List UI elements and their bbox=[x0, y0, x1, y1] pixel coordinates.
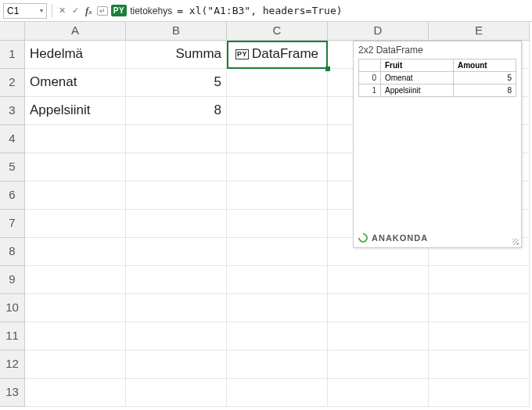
row-header-4[interactable]: 4 bbox=[0, 125, 25, 153]
row-index: 1 bbox=[359, 85, 381, 97]
cell-C7[interactable] bbox=[227, 210, 328, 238]
cell-B11[interactable] bbox=[126, 322, 227, 351]
cell-C11[interactable] bbox=[227, 322, 328, 351]
cell-C1[interactable]: PYDataFrame bbox=[227, 41, 328, 69]
cell-E10[interactable] bbox=[429, 294, 530, 322]
popup-title: 2x2 DataFrame bbox=[358, 45, 516, 56]
formula-bar: C1 ▾ ✕ ✓ fx ↵ PY tietokehys = xl("A1:B3"… bbox=[0, 0, 532, 22]
cell-C4[interactable] bbox=[227, 125, 328, 153]
cell-D12[interactable] bbox=[328, 351, 429, 379]
cell-value: Omenat bbox=[381, 72, 454, 85]
column-header: Fruit bbox=[381, 59, 454, 72]
row-header-5[interactable]: 5 bbox=[0, 153, 25, 182]
cell-D13[interactable] bbox=[328, 379, 429, 407]
row-header-6[interactable]: 6 bbox=[0, 182, 25, 210]
cancel-formula-icon[interactable]: ✕ bbox=[57, 5, 67, 16]
formula-input[interactable]: tietokehys = xl("A1:B3", headers=True) bbox=[130, 5, 342, 16]
cell-B7[interactable] bbox=[126, 210, 227, 238]
row-header-8[interactable]: 8 bbox=[0, 238, 25, 266]
cell-C8[interactable] bbox=[227, 238, 328, 266]
cell-C12[interactable] bbox=[227, 351, 328, 379]
row-index: 0 bbox=[359, 72, 381, 85]
row-header-9[interactable]: 9 bbox=[0, 266, 25, 294]
cell-C10[interactable] bbox=[227, 294, 328, 322]
separator bbox=[52, 4, 52, 18]
python-object-icon: PY bbox=[235, 49, 249, 59]
cell-B3[interactable]: 8 bbox=[126, 97, 227, 125]
cell-B10[interactable] bbox=[126, 294, 227, 322]
cell-B13[interactable] bbox=[126, 379, 227, 407]
cell-value: 5 bbox=[453, 72, 516, 85]
select-all-corner[interactable] bbox=[0, 22, 25, 41]
row-header-7[interactable]: 7 bbox=[0, 210, 25, 238]
cell-value: 8 bbox=[453, 85, 516, 97]
cell-A9[interactable] bbox=[25, 266, 126, 294]
row-header-3[interactable]: 3 bbox=[0, 97, 25, 125]
anaconda-brand: ANAKONDA bbox=[358, 230, 516, 243]
column-header: Amount bbox=[453, 59, 516, 72]
cell-C5[interactable] bbox=[227, 153, 328, 182]
column-header-D[interactable]: D bbox=[328, 22, 429, 41]
cell-B1[interactable]: Summa bbox=[126, 41, 227, 69]
dataframe-preview-popup: 2x2 DataFrame Fruit Amount 0 Omenat 5 1 … bbox=[353, 41, 522, 248]
cell-A7[interactable] bbox=[25, 210, 126, 238]
cell-A4[interactable] bbox=[25, 125, 126, 153]
cell-B2[interactable]: 5 bbox=[126, 69, 227, 97]
chevron-down-icon[interactable]: ▾ bbox=[40, 7, 43, 14]
cell-D10[interactable] bbox=[328, 294, 429, 322]
cell-E11[interactable] bbox=[429, 322, 530, 351]
column-header-A[interactable]: A bbox=[25, 22, 126, 41]
anaconda-icon bbox=[357, 232, 370, 245]
brand-label: ANAKONDA bbox=[372, 233, 428, 243]
row-header-12[interactable]: 12 bbox=[0, 351, 25, 379]
cell-A13[interactable] bbox=[25, 379, 126, 407]
column-header-E[interactable]: E bbox=[429, 22, 530, 41]
cell-C2[interactable] bbox=[227, 69, 328, 97]
cell-B4[interactable] bbox=[126, 125, 227, 153]
cell-B5[interactable] bbox=[126, 153, 227, 182]
cell-A2[interactable]: Omenat bbox=[25, 69, 126, 97]
cell-A3[interactable]: Appelsiinit bbox=[25, 97, 126, 125]
row-header-11[interactable]: 11 bbox=[0, 322, 25, 351]
cell-value: Appelsiinit bbox=[381, 85, 454, 97]
row-header-2[interactable]: 2 bbox=[0, 69, 25, 97]
table-row: 0 Omenat 5 bbox=[359, 72, 516, 85]
cell-C6[interactable] bbox=[227, 182, 328, 210]
table-row: 1 Appelsiinit 8 bbox=[359, 85, 516, 97]
cell-B12[interactable] bbox=[126, 351, 227, 379]
cell-A11[interactable] bbox=[25, 322, 126, 351]
row-header-13[interactable]: 13 bbox=[0, 379, 25, 407]
formula-var-name: tietokehys bbox=[130, 5, 172, 16]
selection-fill-handle[interactable] bbox=[325, 67, 330, 71]
cell-B6[interactable] bbox=[126, 182, 227, 210]
cell-E13[interactable] bbox=[429, 379, 530, 407]
cell-A1[interactable]: Hedelmä bbox=[25, 41, 126, 69]
cell-C13[interactable] bbox=[227, 379, 328, 407]
cell-C3[interactable] bbox=[227, 97, 328, 125]
cell-A6[interactable] bbox=[25, 182, 126, 210]
column-header-C[interactable]: C bbox=[227, 22, 328, 41]
name-box[interactable]: C1 ▾ bbox=[3, 3, 47, 19]
fx-icon[interactable]: fx bbox=[84, 5, 94, 17]
cell-A5[interactable] bbox=[25, 153, 126, 182]
row-header-10[interactable]: 10 bbox=[0, 294, 25, 322]
row-header-1[interactable]: 1 bbox=[0, 41, 25, 69]
python-toggle-icon[interactable]: ↵ bbox=[97, 6, 108, 16]
cell-B9[interactable] bbox=[126, 266, 227, 294]
python-badge: PY bbox=[111, 5, 127, 16]
cell-A8[interactable] bbox=[25, 238, 126, 266]
dataframe-preview-table: Fruit Amount 0 Omenat 5 1 Appelsiinit 8 bbox=[358, 59, 516, 97]
index-header bbox=[359, 59, 381, 72]
cell-D9[interactable] bbox=[328, 266, 429, 294]
accept-formula-icon[interactable]: ✓ bbox=[70, 5, 81, 16]
cell-A12[interactable] bbox=[25, 351, 126, 379]
column-header-B[interactable]: B bbox=[126, 22, 227, 41]
table-header-row: Fruit Amount bbox=[359, 59, 516, 72]
cell-D11[interactable] bbox=[328, 322, 429, 351]
cell-E9[interactable] bbox=[429, 266, 530, 294]
cell-A10[interactable] bbox=[25, 294, 126, 322]
resize-handle-icon[interactable] bbox=[512, 239, 519, 245]
cell-C9[interactable] bbox=[227, 266, 328, 294]
cell-E12[interactable] bbox=[429, 351, 530, 379]
cell-B8[interactable] bbox=[126, 238, 227, 266]
